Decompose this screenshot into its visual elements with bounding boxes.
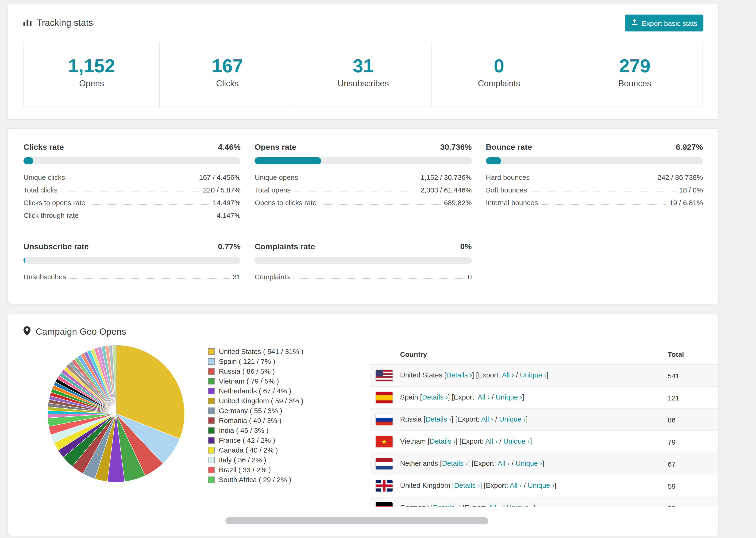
dotted-leader: [294, 191, 417, 192]
export-unique-link[interactable]: Unique ›: [507, 503, 533, 507]
stat-value: 167 / 4.456%: [199, 173, 241, 181]
details-link[interactable]: Details ›: [433, 503, 459, 507]
dotted-leader: [533, 179, 654, 179]
legend-label: Romania ( 49 / 3% ): [219, 417, 282, 424]
rate-stat-row: Total clicks220 / 5.87%: [24, 184, 241, 196]
legend-item: Spain ( 121 / 7% ): [208, 358, 370, 365]
export-all-link[interactable]: All ›: [477, 393, 490, 401]
legend-item: Vietnam ( 79 / 5% ): [208, 377, 370, 385]
legend-swatch: [208, 466, 215, 473]
stat-value: 220 / 5.87%: [203, 186, 241, 194]
rate-block-complaints: Complaints rate 0% Complaints0: [255, 242, 472, 283]
rate-progress-track: [486, 157, 703, 164]
rates-card: Clicks rate 4.46% Unique clicks167 / 4.4…: [8, 128, 719, 304]
page-title: Tracking stats: [37, 18, 93, 28]
stat-value: 279: [567, 55, 702, 77]
dotted-leader: [293, 278, 465, 279]
stat-box-clicks: 167 Clicks: [159, 42, 296, 107]
rate-value: 4.46%: [218, 143, 241, 152]
rate-stat-row: Hard bounces242 / 86.738%: [486, 171, 703, 184]
legend-swatch: [208, 348, 215, 355]
rate-value: 30.736%: [440, 143, 472, 152]
table-row: Netherlands [Details ›] [Export: All › /…: [370, 453, 719, 475]
export-all-link[interactable]: All ›: [498, 459, 510, 467]
details-link[interactable]: Details ›: [442, 459, 468, 467]
dotted-leader: [320, 204, 441, 205]
export-all-link[interactable]: All ›: [502, 371, 514, 379]
dotted-leader: [61, 191, 199, 192]
export-all-link[interactable]: All ›: [481, 415, 493, 423]
export-all-link[interactable]: All ›: [510, 481, 522, 489]
geo-section-title: Campaign Geo Opens: [36, 327, 126, 337]
legend-item: United Kingdom ( 59 / 3% ): [208, 397, 370, 404]
legend-label: Canada ( 40 / 2% ): [219, 447, 278, 454]
rate-stat-row: Opens to clicks rate689.82%: [255, 196, 472, 209]
rate-stat-row: Click through rate4.147%: [24, 209, 241, 222]
flag-us-icon: [376, 370, 393, 381]
legend-item: Romania ( 49 / 3% ): [208, 417, 370, 424]
table-row: United Kingdom [Details ›] [Export: All …: [370, 475, 719, 497]
stat-value: 0: [468, 273, 472, 281]
rate-progress-fill: [255, 157, 321, 164]
campaign-stats-page: Tracking stats Export basic stats 1,152 …: [0, 4, 756, 538]
map-pin-icon: [24, 326, 30, 338]
export-all-link[interactable]: All ›: [485, 437, 498, 445]
legend-label: United States ( 541 / 31% ): [219, 348, 303, 355]
export-icon: [631, 19, 638, 27]
details-link[interactable]: Details ›: [430, 437, 456, 445]
rate-progress-fill: [24, 157, 33, 164]
pie-chart-svg: [45, 343, 187, 484]
legend-item: Russia ( 86 / 5% ): [208, 368, 370, 375]
table-row: Germany [Details ›] [Export: All › / Uni…: [370, 497, 719, 507]
stat-label: Unique opens: [255, 173, 298, 181]
column-header-total: Total: [662, 344, 719, 364]
stat-value: 0: [431, 55, 567, 77]
legend-label: Vietnam ( 79 / 5% ): [219, 377, 279, 385]
export-basic-stats-button[interactable]: Export basic stats: [625, 15, 703, 31]
rate-block-bounces: Bounce rate 6.927% Hard bounces242 / 86.…: [486, 143, 703, 222]
rate-stat-row: Complaints0: [255, 270, 472, 283]
details-link[interactable]: Details ›: [425, 415, 451, 423]
export-unique-link[interactable]: Unique ›: [520, 371, 546, 379]
country-total: 55: [662, 497, 719, 507]
stat-label: Complaints: [255, 273, 290, 281]
details-link[interactable]: Details ›: [422, 393, 448, 401]
dotted-leader: [541, 204, 666, 205]
export-unique-link[interactable]: Unique ›: [528, 481, 554, 489]
stat-label: Internal bounces: [486, 198, 538, 207]
legend-item: South Africa ( 29 / 2% ): [208, 476, 370, 483]
export-unique-link[interactable]: Unique ›: [499, 415, 526, 423]
horizontal-scrollbar-thumb[interactable]: [225, 517, 488, 524]
legend-item: France ( 42 / 2% ): [208, 437, 370, 444]
country-total: 59: [662, 475, 719, 497]
dotted-leader: [82, 217, 213, 217]
country-name: United States: [400, 371, 442, 379]
dotted-leader: [70, 278, 230, 279]
geo-table-container: Country Total United States [Details ›] …: [370, 344, 719, 507]
table-row: Russia [Details ›] [Export: All › / Uniq…: [370, 409, 719, 431]
country-name: Spain: [400, 393, 418, 401]
export-unique-link[interactable]: Unique ›: [496, 393, 522, 401]
legend-label: South Africa ( 29 / 2% ): [219, 476, 291, 483]
details-link[interactable]: Details ›: [454, 481, 480, 489]
country-total: 541: [662, 364, 719, 387]
country-total: 67: [662, 453, 719, 475]
country-total: 121: [662, 387, 719, 409]
export-unique-link[interactable]: Unique ›: [503, 437, 530, 445]
country-name: Germany: [400, 503, 429, 507]
details-link[interactable]: Details ›: [446, 371, 472, 379]
legend-swatch: [208, 457, 215, 463]
stat-value: 18 / 0%: [679, 186, 703, 194]
export-unique-link[interactable]: Unique ›: [515, 459, 542, 467]
stat-value: 1,152 / 30.736%: [420, 173, 472, 181]
stat-label: Click through rate: [24, 211, 79, 219]
country-name: Netherlands: [400, 459, 438, 467]
legend-swatch: [208, 398, 215, 404]
rate-stat-row: Clicks to opens rate14.497%: [24, 196, 241, 209]
rate-stat-row: Unique opens1,152 / 30.736%: [255, 171, 472, 184]
stat-label: Soft bounces: [486, 186, 527, 194]
export-all-link[interactable]: All ›: [489, 503, 501, 507]
stat-label: Unique clicks: [24, 173, 65, 181]
stat-box-complaints: 0 Complaints: [431, 42, 567, 107]
stat-value: 689.82%: [444, 198, 472, 207]
